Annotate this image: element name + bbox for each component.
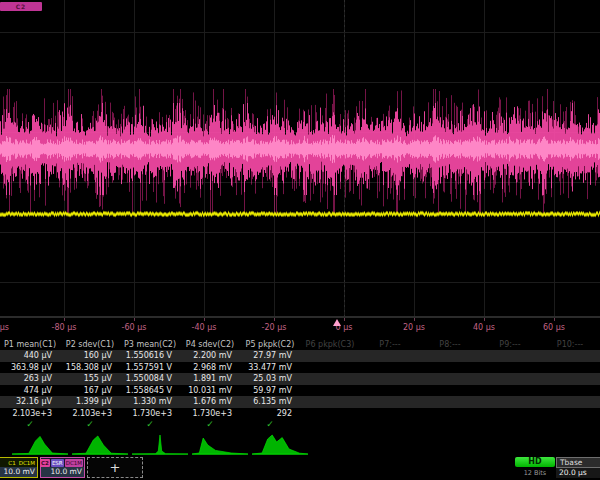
status-empty-cell: [300, 419, 360, 429]
measure-value-cell: [360, 373, 420, 385]
measure-value-cell: [480, 350, 540, 362]
trace-label-badge: C2: [0, 2, 42, 11]
channel-descriptor-c2[interactable]: C2 ESR DC1M 10.0 mV: [40, 457, 85, 478]
measure-column-header[interactable]: P3 mean(C2): [120, 339, 180, 350]
measure-column-header[interactable]: P4 sdev(C2): [180, 339, 240, 350]
measure-value-cell: 167 µV: [60, 385, 120, 397]
time-axis-label: -80 µs: [52, 323, 77, 332]
measure-stat-row: 32.16 µV1.399 µV1.330 mV1.676 mV6.135 mV: [0, 396, 600, 408]
measure-value-cell: 10.031 mV: [180, 385, 240, 397]
oscilloscope-screen: C2 -100 µs-80 µs-60 µs-40 µs-20 µs0 µs20…: [0, 0, 600, 480]
measure-value-cell: [420, 362, 480, 374]
time-axis-tick: [484, 318, 485, 321]
add-trace-button[interactable]: +: [87, 457, 143, 478]
measure-value-cell: [360, 362, 420, 374]
measure-status-row: ✓✓✓✓✓: [0, 419, 600, 429]
time-axis-tick: [554, 318, 555, 321]
c1-channel-chip: C1: [7, 459, 16, 467]
measure-value-cell: 2.968 mV: [180, 362, 240, 374]
measure-column-header[interactable]: P8:---: [420, 339, 480, 350]
measure-value-cell: 6.135 mV: [240, 396, 300, 408]
measure-stat-row: 363.98 µV158.308 µV1.557591 V2.968 mV33.…: [0, 362, 600, 374]
time-axis-tick: [414, 318, 415, 321]
measure-value-cell: 32.16 µV: [0, 396, 60, 408]
status-check-icon: ✓: [120, 419, 180, 429]
histicon-chart: [12, 433, 68, 456]
measure-value-cell: 33.477 mV: [240, 362, 300, 374]
measure-value-cell: [540, 385, 600, 397]
time-axis-label: -40 µs: [192, 323, 217, 332]
measure-value-cell: [420, 350, 480, 362]
c2-channel-chip: C2: [40, 459, 50, 467]
time-axis-label: 20 µs: [403, 323, 425, 332]
measure-value-cell: [300, 373, 360, 385]
measure-column-header[interactable]: P10:---: [540, 339, 600, 350]
measure-value-cell: [360, 350, 420, 362]
measure-value-cell: 1.730e+3: [120, 408, 180, 420]
c2-coupling-chip: DC1M: [65, 459, 83, 467]
time-axis-label: 60 µs: [543, 323, 565, 332]
status-empty-cell: [360, 419, 420, 429]
measure-column-header[interactable]: P6 pkpk(C3): [300, 339, 360, 350]
measure-value-cell: 2.103e+3: [0, 408, 60, 420]
measure-value-cell: [540, 362, 600, 374]
status-check-icon: ✓: [60, 419, 120, 429]
measure-value-cell: 1.730e+3: [180, 408, 240, 420]
histicon-chart: [192, 433, 248, 456]
status-check-icon: ✓: [180, 419, 240, 429]
measure-value-cell: [540, 408, 600, 420]
measure-column-header[interactable]: P9:---: [480, 339, 540, 350]
c1-vdiv-value: 10.0 mV: [0, 467, 37, 477]
measure-value-cell: [300, 385, 360, 397]
measure-value-cell: 2.200 mV: [180, 350, 240, 362]
waveform-area[interactable]: [0, 0, 600, 317]
measure-value-cell: 155 µV: [60, 373, 120, 385]
hd-bits-label: 12 Bits: [515, 469, 555, 477]
measure-header-row: P1 mean(C1)P2 sdev(C1)P3 mean(C2)P4 sdev…: [0, 339, 600, 350]
time-axis-tick: [64, 318, 65, 321]
measure-column-header[interactable]: P1 mean(C1): [0, 339, 60, 350]
timebase-value: 20.0 µs: [556, 468, 600, 478]
measure-value-cell: 1.558645 V: [120, 385, 180, 397]
histicon-chart: [252, 433, 308, 456]
c1-coupling-chip: DC1M: [18, 459, 36, 467]
measure-value-cell: [360, 408, 420, 420]
measure-value-cell: [540, 350, 600, 362]
histicon-chart: [72, 433, 128, 456]
measure-value-cell: [360, 385, 420, 397]
measure-value-cell: 1.399 µV: [60, 396, 120, 408]
measure-value-cell: 1.676 mV: [180, 396, 240, 408]
trigger-position-marker[interactable]: [333, 319, 341, 326]
measure-value-cell: [480, 408, 540, 420]
measure-value-cell: [420, 408, 480, 420]
c2-vdiv-value: 10.0 mV: [41, 467, 84, 477]
measure-value-cell: [420, 373, 480, 385]
measure-column-header[interactable]: P2 sdev(C1): [60, 339, 120, 350]
measure-value-cell: [420, 396, 480, 408]
measure-value-cell: [300, 408, 360, 420]
time-axis: -100 µs-80 µs-60 µs-40 µs-20 µs0 µs20 µs…: [0, 317, 600, 340]
measure-column-header[interactable]: P5 pkpk(C2): [240, 339, 300, 350]
measure-value-cell: 158.308 µV: [60, 362, 120, 374]
status-empty-cell: [540, 419, 600, 429]
status-empty-cell: [420, 419, 480, 429]
measure-column-header[interactable]: P7:---: [360, 339, 420, 350]
measure-stat-row: 474 µV167 µV1.558645 V10.031 mV59.97 mV: [0, 385, 600, 397]
measure-stat-row: 2.103e+32.103e+31.730e+31.730e+3292: [0, 408, 600, 420]
time-axis-label: -20 µs: [262, 323, 287, 332]
measure-value-cell: 25.03 mV: [240, 373, 300, 385]
measure-table: P1 mean(C1)P2 sdev(C1)P3 mean(C2)P4 sdev…: [0, 339, 600, 429]
channel-descriptor-c1[interactable]: C1 DC1M 10.0 mV: [0, 457, 38, 478]
measure-value-cell: [540, 396, 600, 408]
measure-value-cell: 59.97 mV: [240, 385, 300, 397]
timebase-descriptor[interactable]: Tbase 20.0 µs: [556, 457, 600, 478]
status-check-icon: ✓: [240, 419, 300, 429]
measure-value-cell: [300, 396, 360, 408]
hd-mode-indicator[interactable]: HD 12 Bits: [515, 457, 555, 477]
bottom-bar: C1 DC1M 10.0 mV C2 ESR DC1M 10.0 mV + HD…: [0, 457, 600, 480]
time-axis-tick: [344, 318, 345, 321]
measure-stat-row: 440 µV160 µV1.550616 V2.200 mV27.97 mV: [0, 350, 600, 362]
measure-value-cell: [540, 373, 600, 385]
measure-value-cell: 363.98 µV: [0, 362, 60, 374]
measure-value-cell: 440 µV: [0, 350, 60, 362]
